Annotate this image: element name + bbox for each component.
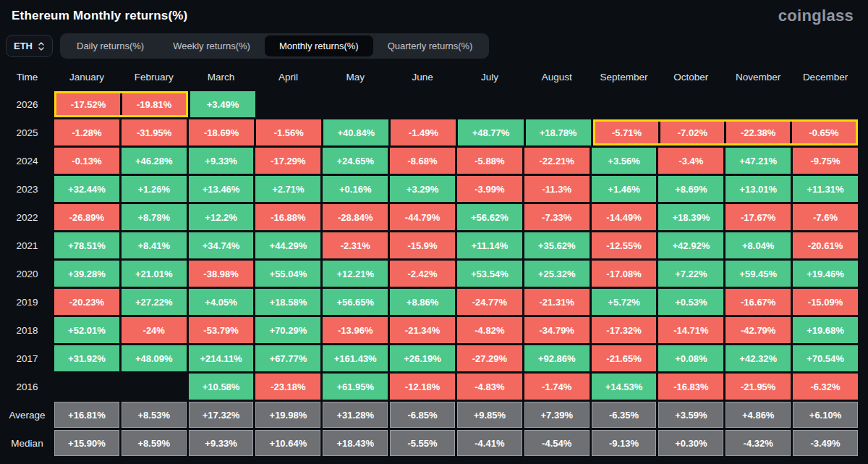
symbol-select[interactable]: ETH [6, 35, 53, 57]
tab-quarterly-returns[interactable]: Quarterly returns(%) [373, 35, 488, 56]
return-cell: -5.88% [457, 148, 522, 174]
return-cell: +6.10% [793, 402, 858, 428]
return-cell: +9.85% [457, 402, 522, 428]
return-cell: +11.14% [457, 232, 522, 258]
return-cell: +32.44% [54, 176, 119, 202]
table-row-average: Average+16.81%+8.53%+17.32%+19.98%+31.28… [0, 402, 858, 428]
return-cell: -8.68% [390, 148, 455, 174]
return-cell: -13.96% [323, 317, 388, 343]
return-cell: -7.33% [524, 204, 590, 230]
tab-daily-returns[interactable]: Daily returns(%) [62, 35, 158, 56]
return-cell: +8.04% [726, 232, 791, 258]
return-cell: -42.79% [726, 317, 791, 343]
return-cell: +67.77% [255, 345, 320, 371]
tab-monthly-returns[interactable]: Monthly returns(%) [265, 35, 373, 56]
return-cell: -4.83% [457, 374, 522, 400]
return-cell: +14.53% [592, 374, 657, 400]
return-cell [726, 91, 791, 117]
return-cell: +48.09% [122, 345, 187, 371]
return-cell: -0.65% [792, 122, 856, 143]
return-cell: +8.53% [122, 402, 187, 428]
return-cell: +92.86% [524, 345, 590, 371]
row-label: 2016 [0, 374, 54, 400]
table-row-2024: 2024-0.13%+46.28%+9.33%-17.29%+24.65%-8.… [0, 148, 858, 174]
return-cell: -17.29% [255, 148, 320, 174]
return-cell: +31.28% [323, 402, 388, 428]
return-cell: +13.01% [726, 176, 791, 202]
return-cell: -17.32% [592, 317, 657, 343]
table-row-2023: 2023+32.44%+1.26%+13.46%+2.71%+0.16%+3.2… [0, 176, 858, 202]
return-cell: +18.58% [255, 289, 320, 315]
return-cell: -21.34% [390, 317, 455, 343]
return-cell [258, 91, 323, 117]
row-label: 2022 [0, 204, 54, 230]
table-row-2021: 2021+78.51%+8.41%+34.74%+44.29%-2.31%-15… [0, 232, 858, 258]
table-row-median: Median+15.90%+8.59%+9.33%+10.64%+18.43%-… [0, 430, 858, 456]
return-cell: +52.01% [54, 317, 119, 343]
row-label: 2023 [0, 176, 54, 202]
return-cell: -21.65% [592, 345, 657, 371]
column-header-september: September [592, 65, 657, 88]
return-cell: +61.95% [323, 374, 388, 400]
return-cell: -19.81% [122, 93, 186, 115]
return-cell: -1.28% [54, 119, 119, 145]
return-cell [592, 91, 658, 117]
return-cell: -26.89% [54, 204, 119, 230]
table-row-2026: 2026-17.52%-19.81%+3.49% [0, 91, 858, 117]
return-cell: +34.74% [189, 232, 254, 258]
return-cell: -20.23% [54, 289, 119, 315]
return-cell: +0.30% [658, 430, 723, 456]
row-label: 2018 [0, 317, 54, 343]
return-cell: +70.54% [793, 345, 858, 371]
return-cell: -21.95% [726, 374, 791, 400]
return-cell [525, 91, 590, 117]
return-cell: -4.41% [457, 430, 522, 456]
chevron-updown-icon [38, 41, 45, 51]
return-cell: +47.21% [726, 148, 791, 174]
return-cell: -17.67% [726, 204, 791, 230]
column-header-march: March [189, 65, 254, 88]
table-row-2019: 2019-20.23%+27.22%+4.05%+18.58%+56.65%+8… [0, 289, 858, 315]
column-header-august: August [524, 65, 590, 88]
return-cell: +21.01% [122, 261, 187, 287]
return-cell: +18.43% [323, 430, 388, 456]
return-cell: +1.46% [592, 176, 657, 202]
return-cell: +214.11% [189, 345, 254, 371]
row-label: 2024 [0, 148, 54, 174]
return-cell: +53.54% [457, 261, 522, 287]
return-cell: -17.52% [56, 93, 120, 115]
row-label: 2021 [0, 232, 54, 258]
return-cell: +26.19% [390, 345, 455, 371]
row-label: 2019 [0, 289, 54, 315]
table-header-row: TimeJanuaryFebruaryMarchAprilMayJuneJuly… [0, 65, 858, 88]
return-cell: -4.32% [726, 430, 791, 456]
return-cell: +5.72% [592, 289, 657, 315]
return-cell: -6.32% [793, 374, 858, 400]
returns-table: TimeJanuaryFebruaryMarchAprilMayJuneJuly… [0, 65, 868, 456]
time-column-header: Time [0, 65, 54, 88]
row-label: 2020 [0, 261, 54, 287]
page-title: Ethereum Monthly returns(%) [12, 9, 187, 23]
return-cell: -16.67% [726, 289, 791, 315]
return-cell: -34.79% [524, 317, 590, 343]
return-cell: +19.98% [255, 402, 320, 428]
return-cell: -12.55% [592, 232, 657, 258]
return-cell: +7.39% [524, 402, 590, 428]
return-cell: -3.99% [457, 176, 522, 202]
return-cell: -27.29% [457, 345, 522, 371]
return-cell: -24.77% [457, 289, 522, 315]
highlight-group: -5.71%-7.02%-22.38%-0.65% [593, 119, 858, 145]
return-cell: -16.88% [255, 204, 320, 230]
return-cell [54, 374, 119, 400]
return-cell: -4.54% [524, 430, 590, 456]
return-cell: -17.08% [592, 261, 657, 287]
return-cell: -12.18% [390, 374, 455, 400]
return-cell: +9.33% [189, 430, 254, 456]
tab-weekly-returns[interactable]: Weekly returns(%) [158, 35, 265, 56]
return-cell: -3.4% [658, 148, 723, 174]
return-cell: -2.31% [323, 232, 388, 258]
controls-row: ETH Daily returns(%)Weekly returns(%)Mon… [0, 28, 868, 65]
highlight-group: -17.52%-19.81% [54, 91, 188, 117]
return-cell: +8.69% [658, 176, 723, 202]
return-cell: +44.29% [255, 232, 320, 258]
